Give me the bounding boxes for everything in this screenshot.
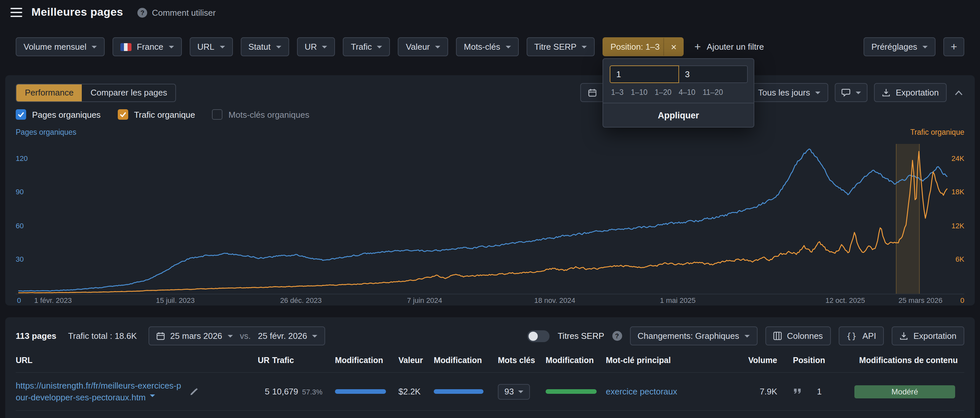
chevron-down-icon xyxy=(505,46,511,51)
hamburger-menu-icon[interactable] xyxy=(11,8,22,17)
content-change-cell: Modéré xyxy=(832,385,964,398)
how-to-use-label: Comment utiliser xyxy=(152,8,216,17)
url-link-line2[interactable]: our-developper-ses-pectoraux.htm xyxy=(16,391,181,403)
filter-statut-button[interactable]: Statut xyxy=(240,37,289,56)
position-to-input[interactable] xyxy=(678,65,748,83)
col-modification-valeur[interactable]: Modification xyxy=(434,356,498,365)
chevron-down-icon xyxy=(169,46,174,51)
chevron-down-icon xyxy=(220,46,225,51)
chevron-down-icon xyxy=(228,335,232,340)
range-4-10[interactable]: 4–10 xyxy=(679,88,695,96)
chevron-down-icon xyxy=(150,394,155,399)
export-chart-button[interactable]: Exportation xyxy=(874,83,947,102)
col-volume[interactable]: Volume xyxy=(730,356,793,365)
how-to-use-link[interactable]: ? Comment utiliser xyxy=(137,8,216,17)
table-panel: 113 pages Trafic total : 18.6K 25 mars 2… xyxy=(5,317,975,418)
serp-quotes-icon[interactable] xyxy=(793,388,802,395)
position-range-inputs xyxy=(603,59,754,88)
filter-trafic-button[interactable]: Trafic xyxy=(343,37,390,56)
position-quick-ranges: 1–3 1–10 1–20 4–10 11–20 xyxy=(603,88,754,103)
export-table-button[interactable]: Exportation xyxy=(892,326,964,345)
new-preset-button[interactable]: + xyxy=(943,37,964,56)
date-compare-button[interactable]: 25 mars 2026 vs. 25 févr. 2026 xyxy=(148,326,326,345)
keywords-count: 93 xyxy=(504,386,514,396)
keywords-select[interactable]: 93 xyxy=(498,384,530,399)
left-axis-title: Pages organiques xyxy=(16,128,76,136)
col-position[interactable]: Position xyxy=(793,356,832,365)
api-button[interactable]: {} API xyxy=(839,326,884,345)
filter-france-button[interactable]: France xyxy=(113,37,181,56)
checkbox-checked-icon xyxy=(16,109,26,120)
keywords-cell: 93 xyxy=(498,384,546,399)
api-label: API xyxy=(862,331,876,341)
france-flag-icon xyxy=(120,43,132,51)
chart-area[interactable]: 120 90 60 30 24K 18K 12K 6K xyxy=(16,144,964,294)
left-axis-tick: 60 xyxy=(16,221,24,230)
right-axis-tick: 6K xyxy=(956,254,964,264)
add-filter-button[interactable]: + Ajouter un filtre xyxy=(692,37,767,56)
filter-valeur-button[interactable]: Valeur xyxy=(398,37,448,56)
granularity-button[interactable]: Tous les jours xyxy=(750,83,829,102)
chevron-down-icon xyxy=(856,91,861,97)
position-from-input[interactable] xyxy=(610,65,679,83)
filter-volume-mensuel-button[interactable]: Volume mensuel xyxy=(16,37,105,56)
filter-titre-serp-button[interactable]: Titre SERP xyxy=(526,37,595,56)
tab-comparer-les-pages[interactable]: Comparer les pages xyxy=(82,84,176,101)
value-change-cell xyxy=(434,389,498,394)
filter-label: Trafic xyxy=(351,42,372,52)
range-11-20[interactable]: 11–20 xyxy=(703,88,723,96)
col-trafic[interactable]: Trafic xyxy=(272,356,335,365)
annotations-button[interactable] xyxy=(835,83,867,102)
collapse-chart-button[interactable] xyxy=(953,88,964,97)
position-value: 1 xyxy=(817,386,822,396)
chevron-down-icon xyxy=(519,390,524,396)
col-ur[interactable]: UR xyxy=(250,356,272,365)
braces-icon: {} xyxy=(846,331,858,340)
range-1-20[interactable]: 1–20 xyxy=(655,88,671,96)
filter-ur-button[interactable]: UR xyxy=(297,37,335,56)
col-modification-trafic[interactable]: Modification xyxy=(335,356,398,365)
top-keyword-link[interactable]: exercice pectoraux xyxy=(606,386,677,396)
filter-bar: Volume mensuel France URL Statut UR Traf… xyxy=(0,25,980,68)
apply-button[interactable]: Appliquer xyxy=(603,103,754,127)
col-modification-mots-cles[interactable]: Modification xyxy=(546,356,606,365)
range-1-10[interactable]: 1–10 xyxy=(631,88,648,96)
remove-position-filter-button[interactable]: × xyxy=(664,38,683,56)
speech-bubble-icon xyxy=(841,88,851,97)
checkbox-trafic-organique[interactable]: Trafic organique xyxy=(118,109,195,120)
columns-button[interactable]: Colonnes xyxy=(765,326,831,345)
checkbox-pages-organiques[interactable]: Pages organiques xyxy=(16,109,101,120)
vs-label: vs. xyxy=(238,331,253,341)
export-label: Exportation xyxy=(913,331,956,341)
line-chart xyxy=(16,144,964,294)
x-axis-label: 12 oct. 2025 xyxy=(825,296,865,304)
chevron-down-icon xyxy=(815,91,820,97)
traffic-change-bar xyxy=(335,389,386,394)
serp-titles-toggle[interactable] xyxy=(528,330,550,342)
legend-label: Trafic organique xyxy=(134,110,195,119)
presets-button[interactable]: Préréglages xyxy=(864,37,935,56)
col-url[interactable]: URL xyxy=(16,356,250,365)
url-link[interactable]: https://unistrength.fr/fr/meilleurs-exer… xyxy=(16,380,181,391)
left-axis-zero: 0 xyxy=(17,296,21,304)
content-change-badge: Modéré xyxy=(854,385,955,398)
filter-url-button[interactable]: URL xyxy=(189,37,232,56)
x-axis-labels: 0 1 févr. 2023 15 juil. 2023 26 déc. 202… xyxy=(16,296,964,306)
col-valeur[interactable]: Valeur xyxy=(398,356,434,365)
top-keyword-cell: exercice pectoraux xyxy=(606,386,730,396)
changes-mode-button[interactable]: Changements: Graphiques xyxy=(630,326,757,345)
plus-icon: + xyxy=(694,41,701,52)
filter-position-button[interactable]: Position: 1–3 × xyxy=(603,37,684,56)
pages-count: 113 pages xyxy=(16,331,56,341)
filter-label: Mots-clés xyxy=(464,42,500,52)
inspect-icon[interactable] xyxy=(189,387,198,396)
filter-label: France xyxy=(137,42,163,52)
checkbox-mots-cles-organiques[interactable]: Mots-clés organiques xyxy=(212,109,309,120)
col-modifications-de-contenu[interactable]: Modifications de contenu xyxy=(832,356,964,365)
range-1-3[interactable]: 1–3 xyxy=(611,88,624,96)
traffic-value: 10,679 xyxy=(272,386,298,396)
filter-mots-cles-button[interactable]: Mots-clés xyxy=(456,37,519,56)
col-mots-cles[interactable]: Mots clés xyxy=(498,356,546,365)
tab-performance[interactable]: Performance xyxy=(16,84,82,101)
col-mot-cle-principal[interactable]: Mot-clé principal xyxy=(606,356,730,365)
